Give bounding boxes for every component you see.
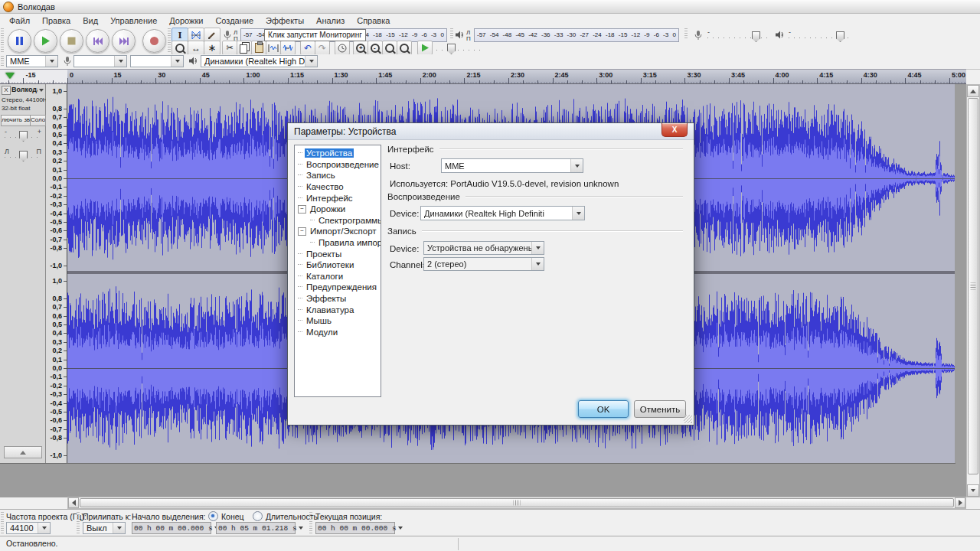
menu-4[interactable]: Управление (104, 15, 163, 26)
play-button[interactable] (34, 29, 57, 53)
toolbar-grip[interactable] (450, 28, 453, 40)
slider-thumb[interactable] (447, 44, 456, 54)
recording-volume-slider[interactable]: - (707, 29, 769, 41)
gain-slider-thumb[interactable] (19, 131, 28, 142)
tree-item-10[interactable]: Проекты (295, 248, 381, 259)
toolbar-grip[interactable] (1, 512, 4, 534)
menu-9[interactable]: Справка (351, 15, 396, 26)
menu-1[interactable]: Файл (3, 15, 36, 26)
trim-audio-button[interactable] (266, 41, 281, 55)
tree-expander-icon[interactable]: − (298, 227, 306, 236)
timeline-ruler[interactable]: -1501530451:001:151:301:452:002:152:302:… (0, 69, 966, 84)
dialog-recording-device-selector[interactable]: Устройства не обнаружены (423, 241, 544, 255)
tree-item-9[interactable]: Правила импорта (295, 237, 381, 249)
dialog-titlebar[interactable]: Параметры: Устройства (288, 123, 694, 140)
sync-lock-button[interactable] (335, 41, 350, 55)
menu-8[interactable]: Анализ (310, 15, 351, 26)
cancel-button[interactable]: Отменить (634, 400, 686, 418)
recording-channels-selector[interactable] (130, 55, 184, 67)
tree-item-12[interactable]: Каталоги (295, 271, 381, 282)
paste-button[interactable] (251, 41, 266, 55)
toolbar-grip[interactable] (309, 512, 312, 534)
undo-button[interactable]: ↶ (300, 41, 315, 55)
scroll-left-icon[interactable] (72, 500, 76, 506)
track-gain-slider[interactable]: - + (5, 129, 41, 141)
record-button[interactable] (142, 29, 166, 53)
project-rate-selector[interactable]: 44100 (6, 522, 51, 534)
toolbar-grip[interactable] (77, 512, 80, 534)
track-menu-chevron-icon[interactable] (39, 89, 44, 92)
radio-selected-icon[interactable] (208, 511, 218, 521)
recording-device-selector[interactable] (74, 55, 127, 67)
pause-button[interactable] (8, 29, 31, 53)
time-shift-tool-button[interactable]: ↔ (188, 41, 204, 55)
preferences-tree[interactable]: УстройстваВоспроизведениеЗаписьКачествоИ… (294, 145, 381, 397)
quick-play-indicator-icon[interactable] (5, 73, 15, 79)
toolbar-grip[interactable] (1, 56, 4, 67)
silence-audio-button[interactable] (280, 41, 296, 55)
scroll-up-icon[interactable] (970, 90, 976, 93)
vertical-ruler[interactable]: 1,00,80,70,60,50,40,30,20,10,0-0,1-0,2-0… (46, 84, 67, 463)
playback-device-selector[interactable]: Динамики (Realtek High Defi (201, 55, 318, 67)
skip-to-end-button[interactable] (112, 29, 136, 53)
radio-length[interactable]: Длительность (253, 511, 318, 521)
snap-to-selector[interactable]: Выкл (83, 522, 126, 534)
multi-tool-button[interactable]: ∗ (204, 41, 220, 55)
scroll-down-icon[interactable] (971, 489, 975, 492)
tree-item-1[interactable]: Устройства (295, 148, 381, 159)
play-at-speed-button[interactable] (417, 41, 433, 55)
copy-button[interactable] (237, 41, 252, 55)
menu-6[interactable]: Создание (209, 15, 260, 26)
scroll-right-icon[interactable] (959, 500, 962, 506)
solo-button[interactable]: Соло (30, 115, 46, 126)
menu-2[interactable]: Правка (36, 15, 77, 26)
fit-selection-button[interactable] (382, 41, 397, 55)
horizontal-scrollbar-thumb[interactable] (80, 498, 954, 507)
skip-to-start-button[interactable] (86, 29, 109, 53)
track-close-button[interactable]: X (2, 86, 11, 95)
toolbar-grip[interactable] (684, 28, 688, 40)
tree-item-15[interactable]: Клавиатура (295, 304, 381, 315)
ok-button[interactable]: OK (578, 400, 629, 418)
zoom-in-button[interactable]: + (353, 41, 368, 55)
horizontal-scrollbar[interactable] (67, 497, 966, 509)
tree-item-7[interactable]: Спектрограммы (295, 215, 381, 227)
tree-item-14[interactable]: Эффекты (295, 293, 381, 305)
menu-5[interactable]: Дорожки (163, 15, 209, 26)
dialog-host-selector[interactable]: MME (441, 158, 583, 173)
menu-3[interactable]: Вид (77, 15, 104, 26)
tree-item-6[interactable]: −Дорожки (295, 204, 381, 215)
playback-meter[interactable]: -57-54-48-45-42-36-33-30-27-24-18-15-12-… (474, 28, 679, 42)
tree-item-4[interactable]: Качество (295, 181, 381, 193)
current-position-field[interactable]: 00 h 00 m 00.000 s (315, 522, 395, 534)
tree-item-11[interactable]: Библиотеки (295, 259, 381, 271)
cut-button[interactable]: ✂ (222, 41, 237, 55)
playback-volume-slider[interactable]: - (789, 29, 850, 41)
tree-item-13[interactable]: Предупреждения (295, 282, 381, 293)
dialog-playback-device-selector[interactable]: Динамики (Realtek High Definiti (420, 206, 585, 220)
dialog-resize-grip[interactable] (684, 415, 692, 423)
slider-thumb[interactable] (836, 31, 844, 42)
play-speed-slider[interactable] (436, 41, 481, 54)
track-collapse-button[interactable] (4, 446, 42, 458)
dialog-channels-selector[interactable]: 2 (стерео) (423, 257, 544, 271)
tree-item-8[interactable]: −Импорт/Экспорт (295, 226, 381, 237)
mute-button[interactable]: лючить звук (1, 115, 31, 126)
tree-item-2[interactable]: Воспроизведение (295, 159, 381, 171)
vertical-scrollbar-thumb[interactable] (968, 98, 978, 474)
dialog-close-button[interactable]: X (662, 123, 688, 137)
pan-slider-thumb[interactable] (19, 151, 28, 161)
redo-button[interactable]: ↷ (315, 41, 330, 55)
host-selector[interactable]: MME (6, 55, 58, 67)
selection-start-field[interactable]: 00 h 00 m 00.000 s (132, 522, 211, 534)
selection-end-field[interactable]: 00 h 05 m 01.218 s (216, 522, 296, 534)
tree-item-5[interactable]: Интерфейс (295, 192, 381, 204)
tree-item-16[interactable]: Мышь (295, 315, 381, 327)
radio-end[interactable]: Конец (208, 511, 244, 521)
menu-7[interactable]: Эффекты (260, 15, 310, 26)
tree-expander-icon[interactable]: − (298, 205, 306, 214)
fit-project-button[interactable] (397, 41, 412, 55)
tree-item-17[interactable]: Модули (295, 327, 381, 338)
stop-button[interactable] (60, 29, 83, 53)
toolbar-grip[interactable] (1, 28, 4, 53)
